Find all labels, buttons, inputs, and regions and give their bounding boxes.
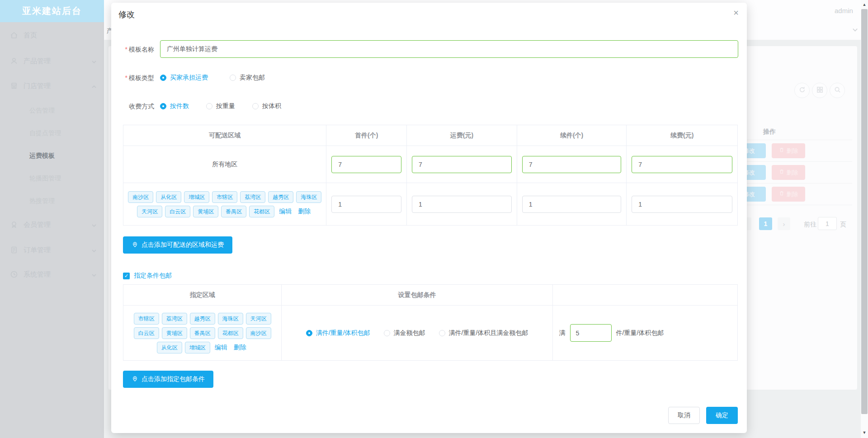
- radio-by-piece[interactable]: 按件数: [160, 102, 189, 110]
- row-delete-button[interactable]: 删除: [772, 143, 805, 158]
- columns-button[interactable]: [812, 83, 827, 98]
- region-tag: 从化区: [156, 191, 181, 203]
- radio-icon: [252, 103, 259, 109]
- pagination-page-label: 页: [840, 221, 846, 229]
- close-icon[interactable]: ×: [733, 8, 739, 17]
- sidebar: 亚米建站后台 首页 产品管理 门店管理 公告管理 自提点管理 运费模板 轮播图管…: [0, 0, 104, 438]
- condition-prefix: 满: [559, 329, 566, 337]
- delete-regions-link[interactable]: 删除: [298, 207, 311, 216]
- sidebar-item-pickup-points[interactable]: 自提点管理: [0, 124, 104, 142]
- additional-fee-input[interactable]: [632, 196, 732, 213]
- search-icon: [834, 86, 841, 95]
- radio-icon: [230, 75, 236, 81]
- radio-icon: [206, 103, 212, 109]
- edit-template-dialog: 修改 × *模板名称 *模板类型 买家承担运费 卖家包邮 收费方式 按件数 按重…: [111, 3, 747, 433]
- chevron-down-icon[interactable]: [852, 27, 859, 35]
- sidebar-item-products[interactable]: 产品管理: [0, 52, 104, 70]
- radio-selected-icon: [160, 103, 166, 109]
- search-button[interactable]: [830, 83, 845, 98]
- first-piece-input[interactable]: [331, 196, 401, 213]
- row-delete-button[interactable]: 删除: [772, 187, 805, 202]
- region-tag: 市辖区: [134, 313, 159, 325]
- radio-full-piece-and-amount-free[interactable]: 满件/重量/体积且满金额包邮: [439, 329, 528, 337]
- region-tag: 番禺区: [221, 206, 246, 217]
- refresh-button[interactable]: [794, 83, 810, 98]
- region-tag: 增城区: [185, 342, 210, 353]
- medal-icon: [10, 221, 18, 229]
- sidebar-item-shipping-templates[interactable]: 运费模板: [0, 146, 104, 165]
- user-menu[interactable]: admin: [835, 7, 853, 14]
- scrollbar-thumb[interactable]: [861, 9, 868, 414]
- radio-full-piece-free[interactable]: 满件/重量/体积包邮: [306, 329, 370, 337]
- sidebar-item-members[interactable]: 会员管理: [0, 216, 104, 234]
- free-shipping-condition-table: 指定区域 设置包邮条件 市辖区 荔湾区 越秀区 海珠区 天河区 白云区 黄埔区 …: [123, 284, 738, 361]
- radio-icon: [384, 330, 390, 336]
- location-pin-icon: [132, 241, 138, 249]
- region-tag: 天河区: [137, 206, 162, 217]
- radio-by-volume[interactable]: 按体积: [252, 102, 281, 110]
- table-header-row: 指定区域 设置包邮条件: [123, 285, 737, 306]
- radio-selected-icon: [160, 75, 166, 81]
- location-pin-icon: [132, 375, 138, 383]
- scroll-down-icon[interactable]: ▼: [861, 430, 868, 435]
- required-asterisk: *: [125, 74, 127, 81]
- scroll-up-icon[interactable]: ▲: [861, 2, 868, 7]
- region-tag: 从化区: [157, 342, 182, 353]
- radio-selected-icon: [306, 330, 312, 336]
- radio-by-weight[interactable]: 按重量: [206, 102, 235, 110]
- grid-icon: [816, 86, 823, 95]
- fee-input[interactable]: [412, 196, 512, 213]
- pagination-page-1[interactable]: 1: [759, 217, 772, 230]
- trash-icon: [779, 169, 784, 176]
- trash-icon: [779, 191, 784, 198]
- template-name-input[interactable]: [160, 40, 738, 58]
- add-condition-button[interactable]: 点击添加指定包邮条件: [123, 371, 213, 388]
- radio-full-amount-free[interactable]: 满金额包邮: [384, 329, 425, 337]
- user-icon: [10, 57, 18, 65]
- row-delete-button[interactable]: 删除: [772, 165, 805, 180]
- region-all: 所有地区: [212, 160, 237, 169]
- sidebar-item-stores[interactable]: 门店管理: [0, 77, 104, 95]
- delete-condition-regions-link[interactable]: 删除: [234, 344, 246, 352]
- condition-free-shipping-checkbox[interactable]: ✓ 指定条件包邮: [123, 272, 172, 280]
- condition-region-tags: 市辖区 荔湾区 越秀区 海珠区 天河区 白云区 黄埔区 番禺区 花都区 南沙区 …: [127, 311, 278, 355]
- additional-piece-input[interactable]: [522, 156, 622, 173]
- sidebar-item-system[interactable]: 系统管理: [0, 265, 104, 283]
- region-tag: 花都区: [218, 327, 243, 339]
- pagination-goto-input[interactable]: [818, 217, 837, 230]
- region-tag: 番禺区: [190, 327, 215, 339]
- shop-icon: [10, 82, 18, 90]
- radio-buyer-pays[interactable]: 买家承担运费: [160, 74, 208, 82]
- additional-piece-input[interactable]: [522, 196, 622, 213]
- required-asterisk: *: [125, 46, 127, 53]
- region-tag: 市辖区: [212, 191, 237, 203]
- fee-input[interactable]: [412, 156, 512, 173]
- app-logo: 亚米建站后台: [0, 0, 104, 22]
- additional-fee-input[interactable]: [632, 156, 732, 173]
- chevron-down-icon: [91, 272, 97, 277]
- sidebar-item-hot-search[interactable]: 热搜管理: [0, 192, 104, 210]
- sidebar-item-carousel[interactable]: 轮播图管理: [0, 169, 104, 187]
- shipping-fee-table: 可配送区域 首件(个) 运费(元) 续件(个) 续费(元) 所有地区 南沙区 从…: [123, 125, 738, 226]
- region-tag: 越秀区: [268, 191, 293, 203]
- table-row: 所有地区: [123, 146, 737, 183]
- edit-condition-regions-link[interactable]: 编辑: [215, 344, 227, 352]
- sidebar-item-announcements[interactable]: 公告管理: [0, 101, 104, 119]
- home-icon: [10, 31, 18, 39]
- region-tag: 花都区: [249, 206, 274, 217]
- sidebar-item-home[interactable]: 首页: [0, 26, 104, 44]
- cancel-button[interactable]: 取消: [668, 407, 700, 424]
- add-region-button[interactable]: 点击添加可配送的区域和运费: [123, 236, 232, 254]
- sidebar-item-orders[interactable]: 订单管理: [0, 241, 104, 259]
- table-row: 市辖区 荔湾区 越秀区 海珠区 天河区 白云区 黄埔区 番禺区 花都区 南沙区 …: [123, 306, 737, 361]
- page-scrollbar[interactable]: ▲ ▼: [861, 0, 868, 438]
- pagination-next-button[interactable]: ›: [778, 217, 790, 230]
- first-piece-input[interactable]: [331, 156, 401, 173]
- confirm-button[interactable]: 确定: [706, 407, 738, 424]
- table-op-column-header: 操作: [754, 128, 785, 136]
- edit-regions-link[interactable]: 编辑: [279, 207, 292, 216]
- radio-seller-free[interactable]: 卖家包邮: [230, 74, 265, 82]
- condition-threshold-input[interactable]: [570, 324, 612, 342]
- clock-icon: [10, 270, 18, 278]
- condition-suffix: 件/重量/体积包邮: [616, 329, 664, 337]
